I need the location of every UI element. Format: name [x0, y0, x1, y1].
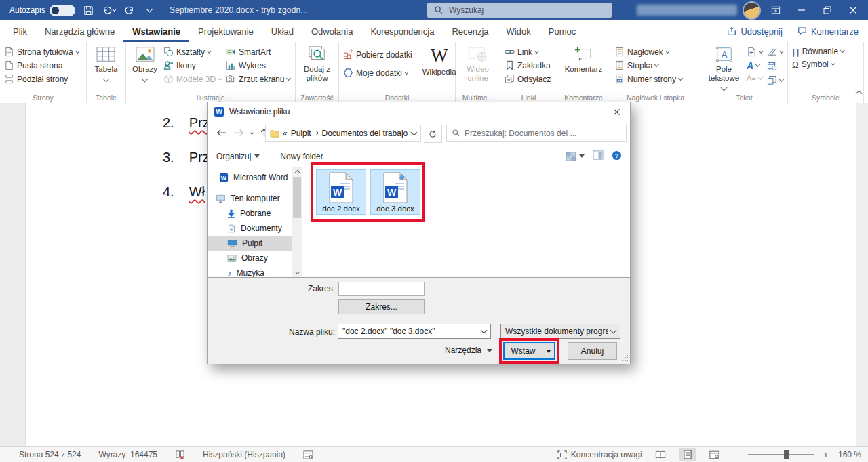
pictures-button[interactable]: Obrazy: [130, 44, 159, 83]
autosave-toggle[interactable]: [50, 5, 75, 16]
new-comment-button[interactable]: Komentarz: [563, 44, 605, 75]
cover-page-button[interactable]: Strona tytułowa: [4, 47, 79, 57]
dialog-close-button[interactable]: [603, 102, 630, 121]
zoom-slider[interactable]: [748, 454, 814, 455]
cross-reference-button[interactable]: Odsyłacz: [505, 74, 551, 84]
nav-item-this-pc[interactable]: Ten komputer: [208, 191, 292, 206]
tree-scrollbar[interactable]: [292, 167, 302, 277]
close-button[interactable]: [844, 0, 863, 20]
my-addins-button[interactable]: Moje dodatki: [343, 68, 412, 78]
vertical-scrollbar[interactable]: [856, 103, 868, 447]
header-button[interactable]: Nagłówek: [614, 47, 682, 57]
tools-dropdown[interactable]: Narzędzia: [445, 345, 492, 355]
collapse-ribbon-icon[interactable]: [856, 87, 861, 99]
quick-access-toolbar-menu-icon[interactable]: [143, 3, 157, 17]
recent-locations-icon[interactable]: [250, 130, 254, 135]
zoom-slider-thumb[interactable]: [784, 450, 789, 459]
address-bar[interactable]: « Pulpit Documentos del trabajo: [265, 125, 421, 142]
help-button[interactable]: ?: [612, 150, 622, 163]
redo-icon[interactable]: [123, 3, 136, 17]
link-button[interactable]: Link: [505, 47, 551, 57]
tab-widok[interactable]: Widok: [498, 20, 540, 42]
tab-plik[interactable]: Plik: [4, 20, 36, 42]
breadcrumb-subfolder[interactable]: Documentos del trabajo: [321, 129, 408, 138]
filetype-dropdown[interactable]: Wszystkie dokumenty program: [500, 324, 620, 339]
language-indicator[interactable]: Hiszpański (Hiszpania): [203, 450, 285, 459]
symbol-button[interactable]: Ω Symbol: [792, 60, 844, 69]
text-box-button[interactable]: A Pole tekstowe: [705, 44, 743, 91]
tab-odwolania[interactable]: Odwołania: [302, 20, 361, 42]
address-dropdown-icon[interactable]: [411, 129, 418, 135]
signature-line-button[interactable]: [767, 47, 783, 57]
quick-parts-button[interactable]: [747, 47, 763, 57]
tab-wstawianie[interactable]: Wstawianie: [123, 20, 189, 42]
date-time-button[interactable]: [767, 61, 783, 71]
filename-combobox[interactable]: "doc 2.docx" "doc 3.docx": [338, 324, 491, 339]
scroll-up-icon[interactable]: [292, 167, 302, 176]
focus-mode-button[interactable]: Koncentracja uwagi: [557, 450, 642, 459]
back-button[interactable]: [216, 128, 227, 140]
footer-button[interactable]: Stopka: [614, 60, 682, 70]
blank-page-button[interactable]: Pusta strona: [4, 60, 79, 70]
smartart-button[interactable]: SmartArt: [226, 47, 290, 57]
read-mode-button[interactable]: [652, 448, 669, 461]
insert-button[interactable]: Wstaw: [505, 343, 542, 358]
chart-button[interactable]: Wykres: [226, 60, 290, 70]
wikipedia-button[interactable]: W Wikipedia: [420, 44, 458, 78]
forward-button[interactable]: [233, 128, 244, 140]
tab-korespondencja[interactable]: Korespondencja: [361, 20, 443, 42]
range-button[interactable]: Zakres...: [338, 299, 425, 314]
new-folder-button[interactable]: Nowy folder: [280, 152, 323, 161]
undo-icon[interactable]: [102, 3, 116, 17]
change-view-button[interactable]: [566, 152, 585, 161]
page-indicator[interactable]: Strona 524 z 524: [19, 450, 81, 459]
insert-dropdown[interactable]: [542, 343, 554, 358]
print-layout-button[interactable]: [679, 448, 696, 461]
get-addins-button[interactable]: Pobierz dodatki: [343, 49, 412, 60]
nav-item-pictures[interactable]: Obrazy: [208, 251, 292, 266]
object-button[interactable]: [767, 75, 783, 85]
minimize-button[interactable]: [792, 0, 811, 20]
zoom-out-button[interactable]: −: [733, 449, 738, 460]
nav-item-documents[interactable]: Dokumenty: [208, 221, 292, 236]
breadcrumb-overflow[interactable]: «: [283, 129, 288, 138]
tab-narzedzia-glowne[interactable]: Narzędzia główne: [36, 20, 123, 42]
tab-uklad[interactable]: Układ: [262, 20, 302, 42]
avatar[interactable]: [744, 3, 760, 18]
dialog-title-bar[interactable]: W Wstawianie pliku: [208, 102, 630, 121]
web-layout-button[interactable]: [706, 448, 724, 461]
autosave-control[interactable]: Autozapis: [9, 5, 75, 16]
bookmark-button[interactable]: Zakładka: [505, 60, 551, 70]
page-break-button[interactable]: Podział strony: [4, 74, 79, 84]
shapes-button[interactable]: Kształty: [163, 47, 222, 57]
dialog-search-box[interactable]: Przeszukaj: Documentos del ...: [446, 125, 627, 142]
macro-recording-icon[interactable]: [303, 450, 313, 459]
wordart-button[interactable]: A: [747, 61, 763, 70]
insert-split-button[interactable]: Wstaw: [503, 342, 555, 360]
breadcrumb-folder[interactable]: Pulpit: [291, 129, 311, 138]
screenshot-button[interactable]: Zrzut ekranu: [226, 74, 290, 84]
restore-button[interactable]: [818, 0, 837, 20]
add-from-files-button[interactable]: Dodaj z plików: [300, 44, 334, 84]
comments-button[interactable]: Komentarze: [797, 26, 859, 37]
resize-grip[interactable]: [621, 355, 628, 362]
icons-button[interactable]: Ikony: [163, 60, 222, 70]
titlebar-search[interactable]: Wyszukaj: [427, 3, 612, 18]
cancel-button[interactable]: Anuluj: [568, 342, 617, 360]
range-input[interactable]: [338, 282, 425, 296]
refresh-button[interactable]: [424, 125, 442, 143]
file-doc2[interactable]: W doc 2.docx: [316, 169, 366, 215]
share-button[interactable]: Udostępnij: [727, 26, 782, 37]
nav-item-desktop[interactable]: Pulpit: [208, 236, 292, 251]
drop-cap-button[interactable]: A≡: [747, 75, 763, 82]
scrollbar-thumb[interactable]: [293, 177, 301, 218]
word-count[interactable]: Wyrazy: 164475: [98, 450, 157, 459]
tab-projektowanie[interactable]: Projektowanie: [189, 20, 262, 42]
save-icon[interactable]: [82, 3, 96, 17]
online-video-button[interactable]: Wideo online: [460, 44, 496, 84]
proofing-error-icon[interactable]: [175, 450, 185, 459]
table-button[interactable]: Tabela: [93, 44, 120, 83]
page-number-button[interactable]: Numer strony: [614, 74, 682, 84]
preview-pane-button[interactable]: [593, 150, 604, 162]
file-list[interactable]: W doc 2.docx W doc 3.docx: [302, 167, 630, 277]
